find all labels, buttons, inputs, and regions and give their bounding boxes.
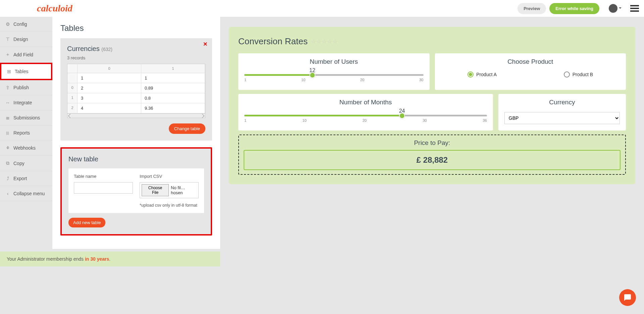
membership-footer: Your Administrator membership ends in 30… — [0, 252, 220, 266]
rating-stars[interactable]: ☆☆☆☆☆ — [311, 38, 338, 45]
table-row[interactable]: 130.8 — [67, 93, 205, 103]
sidebar-item-label: Reports — [13, 130, 30, 136]
users-widget: Number of Users 12 1 10 20 30 — [238, 53, 430, 90]
panel-heading: Tables — [60, 23, 212, 33]
sidebar-item-label: Export — [13, 176, 27, 181]
users-slider[interactable]: 12 1 10 20 30 — [244, 68, 424, 85]
product-widget: Choose Product Product A Product B — [435, 53, 626, 90]
file-status-text: No fil…hosen — [171, 185, 197, 195]
product-a-radio[interactable]: Product A — [467, 71, 497, 77]
users-title: Number of Users — [244, 58, 424, 65]
sidebar-icon: ⇪ — [5, 85, 10, 90]
currency-title: Currency — [504, 99, 620, 106]
currencies-title: Currencies — [67, 45, 100, 52]
sidebar-icon: ⤴ — [5, 176, 10, 181]
sidebar-icon: ＋ — [5, 52, 10, 58]
sidebar-icon: ⚙ — [5, 21, 10, 27]
sidebar-item-label: Collapse menu — [13, 191, 45, 196]
app-header: calculoid Preview Error while saving — [0, 0, 644, 17]
sidebar-item-label: Webhooks — [13, 145, 36, 151]
table-row[interactable]: 249.36 — [67, 103, 205, 113]
currencies-card: ✕ Currencies (632) 3 records 0111020.891… — [60, 38, 212, 141]
sidebar-item-add-field[interactable]: ＋Add Field — [0, 47, 52, 63]
sidebar-icon: ↔ — [5, 100, 10, 105]
currency-widget: Currency GBP — [498, 94, 626, 130]
sidebar-item-design[interactable]: ⊤Design — [0, 32, 52, 47]
sidebar-icon: ⧉ — [5, 160, 10, 166]
sidebar-item-label: Config — [13, 21, 27, 27]
months-title: Number of Months — [244, 99, 487, 106]
sidebar-item-publish[interactable]: ⇪Publish — [0, 80, 52, 95]
sidebar-item-label: Add Field — [13, 52, 33, 57]
price-label: Price to Pay: — [244, 139, 621, 147]
sidebar-item-copy[interactable]: ⧉Copy — [0, 156, 52, 171]
product-title: Choose Product — [441, 58, 620, 65]
table-name-input[interactable] — [74, 182, 133, 194]
months-slider[interactable]: 24 1 10 20 30 36 — [244, 109, 487, 126]
sidebar-item-label: Design — [13, 37, 28, 42]
sidebar-item-label: Integrate — [13, 100, 32, 105]
change-table-button[interactable]: Change table — [169, 123, 205, 134]
sidebar-item-config[interactable]: ⚙Config — [0, 17, 52, 32]
sidebar-item-integrate[interactable]: ↔Integrate — [0, 95, 52, 110]
sidebar-icon: ⊞ — [7, 69, 11, 74]
sidebar-item-label: Publish — [13, 85, 29, 90]
csv-hint: *upload csv only in utf-8 format — [140, 203, 199, 208]
horizontal-scrollbar[interactable] — [67, 114, 205, 118]
sidebar-item-collapse-menu[interactable]: ‹Collapse menu — [0, 186, 52, 201]
sidebar-icon: ⊤ — [5, 37, 10, 42]
table-row[interactable]: 11 — [67, 73, 205, 83]
product-b-radio[interactable]: Product B — [564, 71, 593, 77]
sidebar-icon: ≣ — [5, 115, 10, 120]
import-csv-label: Import CSV — [140, 174, 199, 179]
hamburger-icon[interactable] — [630, 5, 639, 12]
currencies-count: (632) — [101, 47, 112, 52]
new-table-card: New table Table name Import CSV Choose F… — [60, 147, 212, 235]
sidebar-item-export[interactable]: ⤴Export — [0, 171, 52, 186]
sidebar: ⚙Config⊤Design＋Add Field⊞Tables⇪Publish↔… — [0, 17, 52, 249]
records-count: 3 records — [67, 55, 205, 60]
preview-title: Conversion Rates — [238, 36, 308, 47]
sidebar-item-tables[interactable]: ⊞Tables — [0, 63, 52, 80]
choose-file-button[interactable]: Choose File — [142, 184, 169, 196]
months-widget: Number of Months 24 1 10 20 30 36 — [238, 94, 493, 130]
price-value: £ 28,882 — [244, 150, 621, 170]
sidebar-icon: ‹ — [5, 191, 10, 196]
new-table-title: New table — [68, 155, 204, 163]
table-name-label: Table name — [74, 174, 133, 179]
user-menu-icon[interactable] — [609, 4, 617, 13]
preview-button[interactable]: Preview — [517, 3, 546, 14]
sidebar-item-label: Submissions — [13, 115, 40, 120]
save-button[interactable]: Error while saving — [549, 3, 599, 14]
file-input[interactable]: Choose File No fil…hosen — [140, 182, 199, 198]
logo[interactable]: calculoid — [37, 3, 72, 14]
sidebar-item-label: Copy — [13, 161, 24, 166]
sidebar-item-label: Tables — [15, 69, 28, 74]
sidebar-item-submissions[interactable]: ≣Submissions — [0, 110, 52, 125]
sidebar-item-reports[interactable]: ⫼Reports — [0, 125, 52, 141]
close-icon[interactable]: ✕ — [203, 41, 207, 47]
sidebar-item-webhooks[interactable]: ⚘Webhooks — [0, 141, 52, 156]
table-row[interactable]: 020.89 — [67, 83, 205, 93]
add-new-table-button[interactable]: Add new table — [68, 218, 105, 227]
tables-panel: Tables ✕ Currencies (632) 3 records 0111… — [52, 17, 220, 249]
sidebar-icon: ⚘ — [5, 145, 10, 151]
price-widget[interactable]: Price to Pay: £ 28,882 — [238, 135, 626, 175]
currency-select[interactable]: GBP — [504, 112, 620, 124]
currencies-grid[interactable]: 0111020.89130.8249.36 — [67, 64, 205, 114]
preview-panel: Conversion Rates ☆☆☆☆☆ Number of Users 1… — [220, 17, 644, 249]
sidebar-icon: ⫼ — [5, 130, 10, 136]
